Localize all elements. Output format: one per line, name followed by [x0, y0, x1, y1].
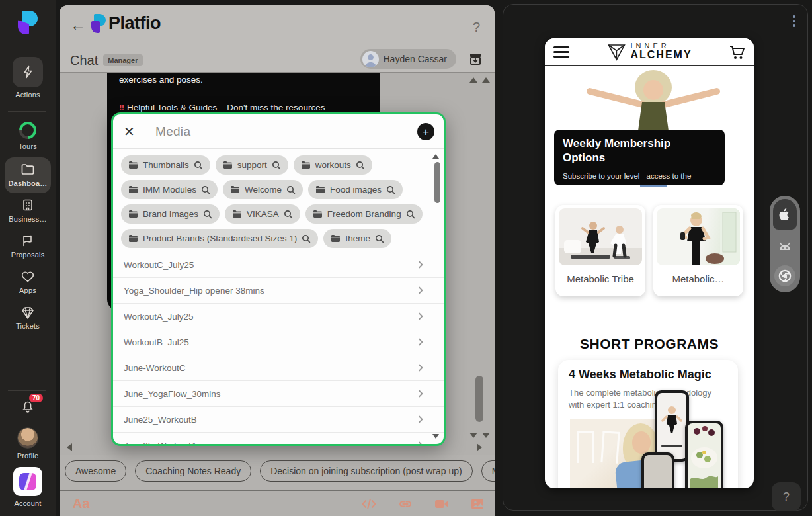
media-file-row[interactable]: June_YogaFlow_30mins [113, 381, 444, 407]
search-icon[interactable] [302, 234, 311, 243]
search-icon[interactable] [194, 161, 203, 170]
chevron-right-icon [416, 286, 425, 295]
link-icon[interactable] [398, 498, 413, 510]
chevron-right-icon [416, 415, 425, 424]
sidebar-item-dashboard[interactable]: Dashboa… [0, 163, 56, 187]
scroll-up-icon[interactable] [482, 77, 490, 83]
card-label: Metabolic Tribe [559, 273, 642, 284]
program-card[interactable]: 4 Weeks Metabolic Magic The complete met… [558, 360, 738, 488]
media-file-row[interactable]: June-WorkoutC [113, 355, 444, 381]
quick-reply-chip[interactable]: MAGIC co [481, 460, 495, 482]
notifications-button[interactable]: 70 [0, 398, 56, 417]
membership-card-metabolic[interactable]: Metabolic… [653, 205, 743, 296]
scroll-down-icon[interactable] [482, 433, 490, 438]
text-format-button[interactable]: Aa [73, 496, 90, 511]
membership-cards-row: Metabolic Tribe Metabolic… [555, 205, 743, 296]
folder-chip[interactable]: Brand Images [121, 204, 220, 224]
scroll-down-icon[interactable] [469, 433, 477, 438]
platfio-logo-icon[interactable] [0, 11, 56, 34]
quick-reply-chip[interactable]: Decision on joining subscription (post w… [260, 460, 472, 482]
scroll-left-icon[interactable] [63, 443, 72, 451]
hamburger-menu-icon[interactable] [553, 46, 569, 60]
search-icon[interactable] [406, 210, 415, 219]
sidebar-item-tickets[interactable]: Tickets [0, 306, 56, 330]
modal-scrollbar-thumb[interactable] [434, 162, 440, 203]
search-icon[interactable] [284, 210, 293, 219]
vertical-scrollbar-thumb[interactable] [475, 376, 483, 422]
folder-chip[interactable]: Freedom Branding [305, 204, 423, 224]
help-icon[interactable]: ? [473, 20, 480, 35]
folder-name: Freedom Branding [327, 209, 401, 219]
message-text: exercises and poses. [119, 73, 368, 87]
user-pill[interactable]: Hayden Cassar [360, 49, 457, 69]
search-icon[interactable] [375, 234, 384, 243]
platfio-wordmark: Platfio [91, 13, 161, 34]
composer-toolbar: Aa [60, 490, 495, 516]
scroll-right-icon[interactable] [477, 443, 486, 451]
media-file-list: WorkoutC_July25 Yoga_Shoulder_Hip opener… [113, 252, 444, 446]
folder-chip[interactable]: Welcome [223, 180, 303, 199]
folder-chip[interactable]: Thumbnails [121, 155, 210, 175]
folder-chip[interactable]: workouts [294, 155, 372, 175]
folder-chip[interactable]: Product Brands (Standardised Sizes 1) [121, 229, 318, 248]
image-icon[interactable] [471, 498, 484, 510]
folder-chip[interactable]: Food images [308, 180, 403, 199]
apple-platform-button[interactable] [773, 199, 797, 230]
folder-icon [232, 210, 242, 218]
sidebar-item-apps[interactable]: Apps [0, 270, 56, 294]
close-icon[interactable]: ✕ [124, 124, 140, 140]
code-icon[interactable] [362, 498, 376, 510]
sidebar-item-profile[interactable]: Profile [0, 427, 56, 460]
inner-alchemy-logo[interactable]: INNER ALCHEMY [606, 42, 692, 62]
app-sidebar: Actions Tours Dashboa… Business… Proposa… [0, 0, 56, 516]
modal-scroll-down-icon[interactable] [432, 434, 439, 439]
back-button[interactable]: ← [70, 17, 86, 33]
sidebar-item-actions[interactable]: Actions [0, 57, 56, 99]
membership-card-tribe[interactable]: Metabolic Tribe [555, 205, 645, 296]
platform-switcher [770, 196, 800, 292]
folder-chip[interactable]: support [216, 155, 288, 175]
search-icon[interactable] [203, 210, 212, 219]
sidebar-item-business[interactable]: Business… [0, 198, 56, 223]
media-file-row[interactable]: WorkoutC_July25 [113, 252, 444, 278]
media-file-row[interactable]: June25_WorkoutB [113, 407, 444, 433]
quick-reply-chip[interactable]: Awesome [65, 460, 126, 482]
phone-mockup-workout [655, 390, 689, 462]
search-icon[interactable] [386, 185, 395, 194]
add-media-button[interactable]: + [417, 123, 434, 140]
modal-scroll-up-icon[interactable] [432, 154, 439, 159]
search-icon[interactable] [286, 185, 296, 194]
hero-title: Weekly Membership Options [563, 136, 688, 165]
scroll-up-icon[interactable] [469, 77, 477, 83]
folder-chip[interactable]: VIKASA [225, 204, 300, 224]
sidebar-item-proposals[interactable]: Proposals [0, 234, 56, 259]
sidebar-divider [8, 111, 46, 112]
chrome-platform-button[interactable] [773, 263, 797, 289]
phone-mockup-dark [641, 452, 674, 488]
media-file-row[interactable]: WorkoutA_July25 [113, 304, 444, 329]
sidebar-item-account[interactable]: Account [0, 467, 56, 507]
folder-chip[interactable]: IMM Modules [121, 180, 218, 199]
archive-download-icon[interactable] [468, 52, 483, 69]
page-title: Chat [70, 53, 98, 68]
sidebar-item-label: Business… [9, 215, 46, 223]
folder-chip[interactable]: theme [323, 229, 391, 248]
android-platform-button[interactable] [773, 233, 797, 259]
ticket-icon [20, 306, 35, 319]
video-camera-icon[interactable] [434, 499, 449, 509]
folder-chip-list: Thumbnails support workouts I [113, 149, 444, 252]
sidebar-item-tours[interactable]: Tours [0, 122, 56, 150]
search-icon[interactable] [356, 161, 365, 170]
media-file-row[interactable]: WorkoutB_Jul25 [113, 329, 444, 355]
quick-reply-chip[interactable]: Coaching Notes Ready [135, 460, 251, 482]
kebab-menu-icon[interactable] [793, 15, 795, 27]
manager-badge: Manager [103, 54, 142, 66]
media-modal: ✕ Media + Thumbnails support [111, 112, 446, 446]
folder-name: theme [345, 234, 370, 243]
help-button[interactable]: ? [772, 482, 801, 511]
cart-icon[interactable] [729, 44, 746, 61]
search-icon[interactable] [272, 161, 281, 170]
media-file-row[interactable]: Yoga_Shoulder_Hip opener 38mins [113, 278, 444, 304]
media-file-row[interactable]: June25_WorkoutA [113, 433, 444, 446]
search-icon[interactable] [201, 185, 210, 194]
